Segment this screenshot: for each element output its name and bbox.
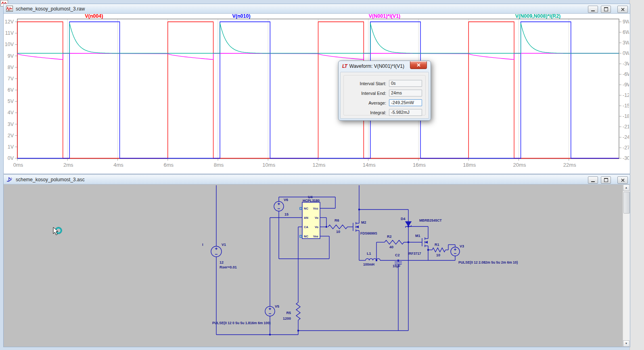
scroll-thumb[interactable] [623, 192, 630, 214]
interval-start-value[interactable]: 0s [389, 80, 422, 87]
schematic-drawing[interactable] [211, 185, 460, 335]
svg-text:10: 10 [336, 230, 340, 234]
schematic-labels: V112Rser=0.01IV615U4HCPL3180NCANCANCVccV… [202, 195, 518, 325]
svg-text:18ms: 18ms [463, 162, 476, 168]
schematic-window: scheme_kosoy_polumost_3.asc V112Rser=0.0… [3, 174, 630, 347]
schem-minimize-button[interactable] [588, 176, 598, 184]
average-label: Average: [344, 101, 386, 105]
waveform-window-title: scheme_kosoy_polumost_3.raw [16, 6, 85, 12]
svg-text:10µF: 10µF [393, 264, 401, 268]
scroll-down-icon[interactable]: ▼ [623, 340, 629, 347]
svg-text:6ms: 6ms [163, 162, 174, 168]
schematic-vscrollbar[interactable]: ▲ ▼ [623, 184, 630, 347]
schem-restore-button[interactable] [601, 176, 611, 184]
svg-text:0ms: 0ms [13, 162, 23, 168]
svg-text:15: 15 [284, 212, 289, 216]
schematic-canvas[interactable]: V112Rser=0.01IV615U4HCPL3180NCANCANCVccV… [4, 184, 630, 347]
waveform-plot[interactable]: 12V11V10V9V8V7V6V5V4V3V2V1V0V9W6W3W0W-3W… [4, 14, 630, 174]
svg-text:C2: C2 [395, 253, 400, 257]
svg-text:FDS6699S: FDS6699S [360, 231, 377, 235]
svg-text:10V: 10V [5, 42, 14, 47]
ltspice-app: scheme_kosoy_polumost_3.raw 12V11V10V9V8… [0, 0, 644, 350]
trace-1[interactable] [17, 22, 619, 158]
svg-text:R1: R1 [435, 243, 439, 247]
svg-text:V3: V3 [460, 244, 464, 248]
svg-text:L1: L1 [367, 251, 371, 256]
mouse-cursor [53, 227, 62, 235]
average-value[interactable]: -249.25mW [389, 99, 422, 106]
scroll-up-icon[interactable]: ▲ [623, 184, 629, 191]
app-frame-left [0, 0, 3, 350]
svg-text:Vo: Vo [315, 225, 318, 229]
svg-text:5V: 5V [8, 99, 14, 104]
svg-text:Vcc: Vcc [313, 207, 318, 210]
svg-text:14ms: 14ms [363, 162, 376, 168]
svg-text:NC: NC [304, 207, 308, 210]
svg-text:-3W: -3W [623, 61, 629, 67]
svg-text:16ms: 16ms [413, 162, 426, 168]
svg-text:-27W: -27W [623, 145, 629, 151]
svg-text:V6: V6 [284, 198, 288, 202]
svg-text:9W: 9W [623, 19, 629, 25]
svg-text:0V: 0V [8, 155, 14, 161]
trace-label-3[interactable]: V(N001)*I(V1) [369, 14, 401, 19]
svg-text:2V: 2V [8, 133, 14, 138]
svg-text:8V: 8V [8, 65, 14, 70]
svg-text:11V: 11V [5, 30, 14, 36]
svg-text:-9W: -9W [623, 82, 629, 88]
trace-label-4[interactable]: V(N009,N008)*I(R2) [515, 14, 561, 19]
interval-end-label: Interval End: [344, 91, 386, 96]
svg-text:4ms: 4ms [113, 162, 123, 168]
integral-label: Integral: [344, 110, 386, 115]
svg-text:R5: R5 [286, 311, 291, 315]
svg-text:1V: 1V [8, 144, 14, 150]
svg-text:D4: D4 [401, 217, 406, 221]
ltspice-logo: LT [342, 63, 347, 69]
svg-text:PULSE(0 12 0 5u 5u 1.816m 6m 1: PULSE(0 12 0 5u 5u 1.816m 6m 100) [212, 321, 271, 325]
svg-text:-21W: -21W [623, 124, 629, 130]
svg-text:-18W: -18W [623, 113, 629, 119]
svg-text:AN: AN [304, 216, 308, 220]
svg-text:3V: 3V [8, 122, 14, 127]
dialog-body: Interval Start: 0s Interval End: 24ms Av… [340, 72, 429, 119]
waveform-stats-dialog: LT Waveform: V(N001)*I(V1) Interval Star… [338, 61, 431, 121]
schem-close-button[interactable] [617, 176, 628, 184]
svg-text:-24W: -24W [623, 134, 629, 140]
svg-text:-15W: -15W [623, 103, 629, 109]
trace-label-2[interactable]: V(n010) [232, 14, 250, 19]
dialog-groupbox: Interval Start: 0s Interval End: 24ms Av… [343, 75, 426, 115]
svg-text:8ms: 8ms [214, 162, 224, 168]
close-button[interactable] [617, 6, 628, 13]
svg-text:Vee: Vee [313, 235, 318, 238]
svg-text:IRF3717: IRF3717 [408, 251, 421, 256]
svg-text:V1: V1 [222, 243, 226, 247]
svg-text:HCPL3180: HCPL3180 [303, 199, 320, 203]
minimize-button[interactable] [588, 6, 598, 13]
svg-text:22ms: 22ms [563, 162, 576, 168]
trace-label-1[interactable]: V(n004) [85, 14, 103, 19]
svg-text:9V: 9V [8, 53, 14, 59]
schematic-icon [6, 176, 13, 182]
interval-end-value[interactable]: 24ms [389, 90, 422, 96]
restore-button[interactable] [601, 6, 611, 13]
svg-text:NC: NC [304, 235, 308, 238]
waveform-titlebar[interactable]: scheme_kosoy_polumost_3.raw [4, 4, 630, 14]
svg-text:6W: 6W [623, 29, 629, 35]
integral-value[interactable]: -5.982mJ [389, 109, 422, 116]
svg-text:R2: R2 [387, 235, 392, 239]
svg-text:V5: V5 [275, 304, 279, 308]
svg-text:100mH: 100mH [363, 262, 374, 266]
axis-labels: 12V11V10V9V8V7V6V5V4V3V2V1V0V9W6W3W0W-3W… [5, 19, 629, 168]
svg-text:0W: 0W [623, 50, 629, 56]
svg-text:12: 12 [220, 260, 224, 264]
svg-text:10ms: 10ms [262, 162, 275, 168]
traces[interactable] [17, 22, 619, 158]
schematic-window-title: scheme_kosoy_polumost_3.asc [16, 177, 85, 182]
svg-text:12ms: 12ms [313, 162, 326, 168]
schematic-titlebar[interactable]: scheme_kosoy_polumost_3.asc [4, 175, 630, 184]
dialog-close-button[interactable] [410, 61, 427, 69]
svg-text:Vo: Vo [315, 216, 318, 220]
svg-text:Rser=0.01: Rser=0.01 [220, 265, 237, 269]
interval-start-label: Interval Start: [344, 81, 386, 86]
svg-text:1200: 1200 [283, 316, 291, 321]
